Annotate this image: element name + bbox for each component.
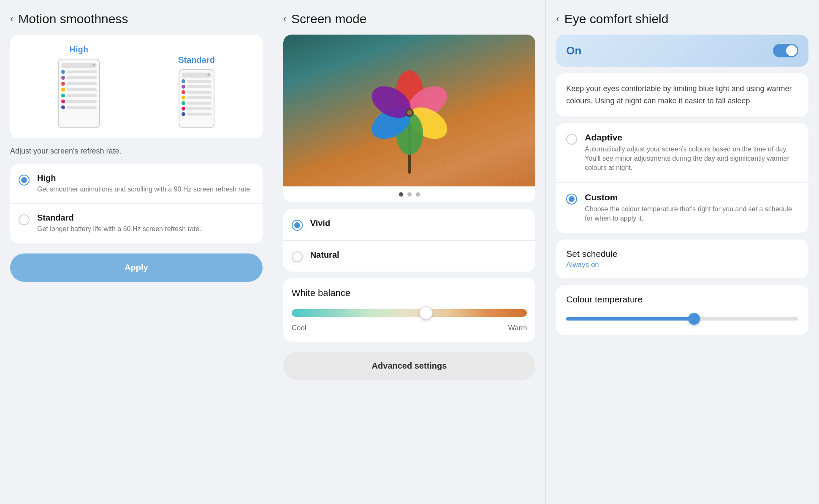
advanced-settings-button[interactable]: Advanced settings [283, 352, 536, 380]
svg-point-8 [407, 110, 412, 115]
high-option[interactable]: High Get smoother animations and scrolli… [10, 164, 263, 204]
custom-text: Custom Choose the colour temperature tha… [585, 192, 798, 224]
natural-option[interactable]: Natural [283, 241, 536, 272]
on-label: On [566, 44, 581, 57]
standard-radio[interactable] [19, 214, 30, 225]
wb-labels: Cool Warm [292, 324, 527, 332]
eye-comfort-panel: ‹ Eye comfort shield On Keep your eyes c… [546, 0, 819, 504]
high-preview: High [58, 45, 100, 128]
panel3-header: ‹ Eye comfort shield [556, 12, 808, 26]
warm-label: Warm [508, 324, 527, 332]
colour-temp-slider[interactable] [566, 312, 798, 326]
motion-smoothness-panel: ‹ Motion smoothness High Standard [0, 0, 273, 504]
adaptive-mode[interactable]: Adaptive Automatically adjust your scree… [556, 123, 808, 183]
high-radio[interactable] [19, 175, 30, 186]
wb-thumb[interactable] [419, 306, 433, 320]
image-dots [283, 186, 536, 202]
high-label: High [70, 45, 88, 54]
high-option-text: High Get smoother animations and scrolli… [37, 173, 252, 194]
dot-3 [416, 192, 420, 197]
high-option-title: High [37, 173, 252, 183]
refresh-rate-options: High Get smoother animations and scrolli… [10, 164, 263, 243]
adaptive-title: Adaptive [585, 132, 798, 143]
mock-search-standard [182, 73, 212, 78]
pinwheel-image [283, 35, 536, 186]
eye-comfort-toggle[interactable] [773, 44, 798, 57]
panel2-title: Screen mode [291, 12, 366, 26]
screen-mode-panel: ‹ Screen mode [273, 0, 546, 504]
vivid-radio-fill [294, 222, 300, 228]
panel1-title: Motion smoothness [18, 12, 128, 26]
standard-option[interactable]: Standard Get longer battery life with a … [10, 204, 263, 243]
panel2-header: ‹ Screen mode [283, 12, 536, 26]
standard-option-text: Standard Get longer battery life with a … [37, 213, 201, 234]
colour-temp-title: Colour temperature [566, 294, 798, 305]
apply-button[interactable]: Apply [10, 253, 263, 282]
panel2-back-button[interactable]: ‹ [283, 13, 286, 24]
standard-label: Standard [178, 55, 215, 65]
ct-track-fill [566, 317, 694, 321]
high-option-desc: Get smoother animations and scrolling wi… [37, 185, 252, 194]
dot-1 [399, 192, 403, 197]
adaptive-text: Adaptive Automatically adjust your scree… [585, 132, 798, 173]
high-radio-fill [21, 177, 27, 183]
standard-option-desc: Get longer battery life with a 60 Hz scr… [37, 224, 201, 234]
custom-radio[interactable] [566, 194, 577, 205]
vivid-radio[interactable] [292, 220, 303, 231]
screen-image-card [283, 35, 536, 202]
screen-mode-options: Vivid Natural [283, 209, 536, 272]
panel1-back-button[interactable]: ‹ [10, 13, 13, 24]
high-phone-mockup [58, 59, 100, 128]
white-balance-card: White balance Cool Warm [283, 278, 536, 342]
natural-radio[interactable] [292, 251, 303, 262]
dot-2 [407, 192, 412, 197]
adjust-text: Adjust your screen's refresh rate. [10, 145, 263, 157]
custom-title: Custom [585, 192, 798, 202]
ct-thumb[interactable] [688, 313, 700, 325]
panel3-back-button[interactable]: ‹ [556, 13, 559, 24]
wb-track [292, 309, 527, 317]
preview-card: High Standard [10, 35, 263, 138]
adaptive-desc: Automatically adjust your screen's colou… [585, 145, 798, 173]
natural-title: Natural [310, 250, 339, 260]
on-toggle-card: On [556, 35, 808, 67]
description-text: Keep your eyes comfortable by limiting b… [566, 83, 798, 107]
schedule-subtitle: Always on [566, 261, 798, 269]
colour-temperature-card: Colour temperature [556, 285, 808, 335]
custom-radio-fill [569, 196, 575, 202]
set-schedule-card[interactable]: Set schedule Always on [556, 240, 808, 278]
panel3-title: Eye comfort shield [564, 12, 669, 26]
white-balance-slider[interactable] [292, 306, 527, 320]
panel1-header: ‹ Motion smoothness [10, 12, 263, 26]
vivid-option[interactable]: Vivid [283, 209, 536, 240]
pinwheel-svg [367, 47, 452, 174]
standard-option-title: Standard [37, 213, 201, 223]
schedule-title: Set schedule [566, 249, 798, 259]
vivid-title: Vivid [310, 218, 330, 228]
mock-search-high [61, 63, 97, 68]
custom-mode[interactable]: Custom Choose the colour temperature tha… [556, 183, 808, 233]
eye-comfort-description: Keep your eyes comfortable by limiting b… [556, 73, 808, 116]
mode-options-card: Adaptive Automatically adjust your scree… [556, 123, 808, 233]
standard-preview: Standard [178, 55, 215, 128]
cool-label: Cool [292, 324, 306, 332]
toggle-thumb [786, 45, 797, 56]
standard-phone-mockup [179, 69, 214, 128]
white-balance-title: White balance [292, 288, 527, 299]
adaptive-radio[interactable] [566, 134, 577, 145]
custom-desc: Choose the colour temperature that's rig… [585, 205, 798, 224]
